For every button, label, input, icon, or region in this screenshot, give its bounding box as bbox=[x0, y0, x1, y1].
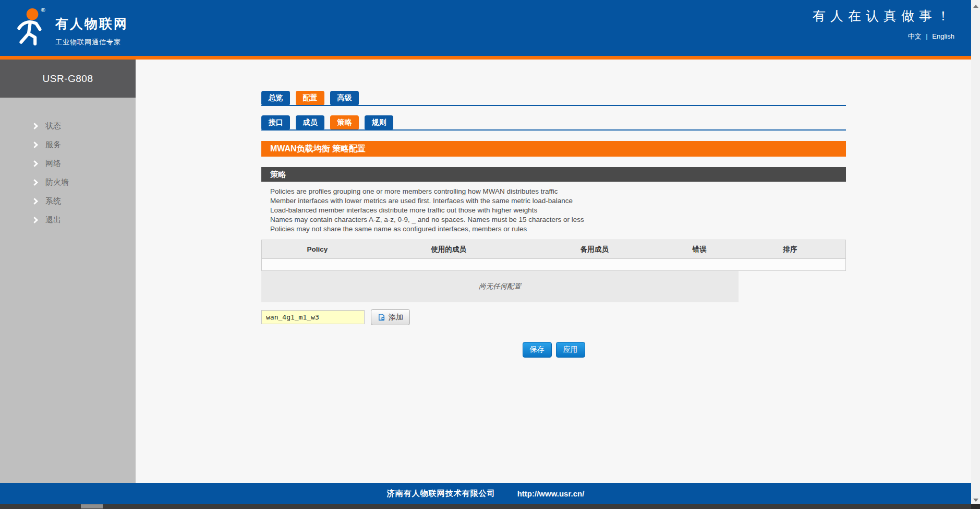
policy-description: Policies are profiles grouping one or mo… bbox=[270, 187, 844, 234]
add-page-icon bbox=[378, 313, 385, 321]
column-header-backup-members: 备用成员 bbox=[525, 245, 665, 254]
column-header-sort: 排序 bbox=[734, 245, 845, 254]
add-button-label: 添加 bbox=[389, 313, 403, 322]
description-line: Policies are profiles grouping one or mo… bbox=[270, 187, 844, 196]
brand-title: 有人物联网 bbox=[55, 15, 128, 32]
add-button[interactable]: 添加 bbox=[371, 309, 410, 325]
horizontal-scrollbar[interactable] bbox=[0, 504, 971, 509]
scrollbar-corner bbox=[971, 504, 980, 509]
brand-text: 有人物联网 工业物联网通信专家 bbox=[55, 8, 128, 47]
footer-company-name: 济南有人物联网技术有限公司 bbox=[387, 489, 495, 499]
language-switch: 中文 | English bbox=[813, 32, 954, 41]
tab-advanced[interactable]: 高级 bbox=[330, 91, 359, 105]
brand-block: ® 有人物联网 工业物联网通信专家 bbox=[13, 4, 128, 50]
policy-name-input[interactable] bbox=[261, 310, 365, 324]
top-header: ® 有人物联网 工业物联网通信专家 有人在认真做事！ 中文 | English bbox=[0, 0, 971, 56]
description-line: Names may contain characters A-Z, a-z, 0… bbox=[270, 215, 844, 224]
policy-table: Policy 使用的成员 备用成员 错误 排序 bbox=[261, 240, 846, 271]
column-header-errors: 错误 bbox=[664, 245, 734, 254]
lang-chinese-link[interactable]: 中文 bbox=[908, 32, 922, 40]
form-actions: 保存 应用 bbox=[261, 342, 846, 358]
vertical-scrollbar[interactable] bbox=[971, 0, 980, 509]
chevron-right-icon bbox=[31, 141, 38, 148]
chevron-right-icon bbox=[31, 179, 38, 186]
svg-text:®: ® bbox=[41, 7, 46, 13]
page-footer: 济南有人物联网技术有限公司 http://www.usr.cn/ bbox=[0, 483, 971, 504]
header-right: 有人在认真做事！ 中文 | English bbox=[813, 7, 954, 41]
sidebar-item-label: 状态 bbox=[45, 121, 61, 131]
tab-member[interactable]: 成员 bbox=[296, 115, 324, 129]
sidebar-item-label: 系统 bbox=[45, 196, 61, 206]
sidebar-item-label: 服务 bbox=[45, 140, 61, 150]
browser-viewport: ® 有人物联网 工业物联网通信专家 有人在认真做事！ 中文 | English … bbox=[0, 0, 980, 509]
sidebar-item-label: 网络 bbox=[45, 159, 61, 169]
sidebar-item-logout[interactable]: 退出 bbox=[0, 210, 136, 229]
add-policy-row: 添加 bbox=[261, 309, 410, 325]
secondary-tabs: 接口 成员 策略 规则 bbox=[261, 115, 846, 131]
sidebar-item-label: 防火墙 bbox=[45, 177, 69, 187]
sidebar-item-label: 退出 bbox=[45, 215, 61, 225]
tab-overview[interactable]: 总览 bbox=[261, 91, 290, 105]
empty-state-text: 尚无任何配置 bbox=[479, 282, 521, 291]
policy-table-header: Policy 使用的成员 备用成员 错误 排序 bbox=[262, 240, 845, 259]
save-button[interactable]: 保存 bbox=[523, 342, 552, 358]
apply-button[interactable]: 应用 bbox=[556, 342, 585, 358]
scroll-up-arrow-icon[interactable] bbox=[973, 5, 978, 8]
empty-state-box: 尚无任何配置 bbox=[261, 271, 739, 302]
sidebar-item-status[interactable]: 状态 bbox=[0, 116, 136, 135]
chevron-right-icon bbox=[31, 123, 38, 129]
sidebar-item-system[interactable]: 系统 bbox=[0, 192, 136, 210]
tab-policy[interactable]: 策略 bbox=[330, 115, 359, 129]
description-line: Policies may not share the same name as … bbox=[270, 224, 844, 234]
chevron-right-icon bbox=[31, 217, 38, 223]
column-header-policy: Policy bbox=[262, 245, 373, 253]
device-name: USR-G808 bbox=[0, 60, 136, 98]
footer-website-link[interactable]: http://www.usr.cn/ bbox=[517, 489, 585, 498]
tab-interface[interactable]: 接口 bbox=[261, 115, 290, 129]
chevron-right-icon bbox=[31, 160, 38, 167]
usr-logo-icon: ® bbox=[13, 4, 50, 50]
slogan-text: 有人在认真做事！ bbox=[813, 7, 954, 25]
sidebar-item-firewall[interactable]: 防火墙 bbox=[0, 173, 136, 192]
scroll-down-arrow-icon[interactable] bbox=[973, 499, 978, 502]
brand-subtitle: 工业物联网通信专家 bbox=[55, 38, 128, 47]
primary-tabs: 总览 配置 高级 bbox=[261, 91, 846, 106]
sidebar: USR-G808 状态 服务 网络 防火墙 系统 bbox=[0, 60, 136, 483]
section-title-bar: 策略 bbox=[261, 167, 846, 182]
column-header-members-used: 使用的成员 bbox=[373, 245, 525, 254]
lang-divider: | bbox=[926, 32, 927, 40]
lang-english-link[interactable]: English bbox=[932, 32, 954, 40]
horizontal-scrollbar-thumb[interactable] bbox=[81, 504, 103, 508]
description-line: Member interfaces with lower metrics are… bbox=[270, 196, 844, 206]
page-title-banner: MWAN负载均衡 策略配置 bbox=[261, 141, 846, 157]
sidebar-item-network[interactable]: 网络 bbox=[0, 154, 136, 173]
sidebar-item-services[interactable]: 服务 bbox=[0, 135, 136, 154]
header-accent-strip bbox=[0, 56, 971, 60]
tab-rule[interactable]: 规则 bbox=[365, 115, 393, 129]
table-row bbox=[262, 259, 845, 270]
sidebar-nav: 状态 服务 网络 防火墙 系统 退出 bbox=[0, 98, 136, 229]
description-line: Load-balanced member interfaces distribu… bbox=[270, 206, 844, 215]
tab-configuration[interactable]: 配置 bbox=[296, 91, 324, 105]
chevron-right-icon bbox=[31, 198, 38, 205]
